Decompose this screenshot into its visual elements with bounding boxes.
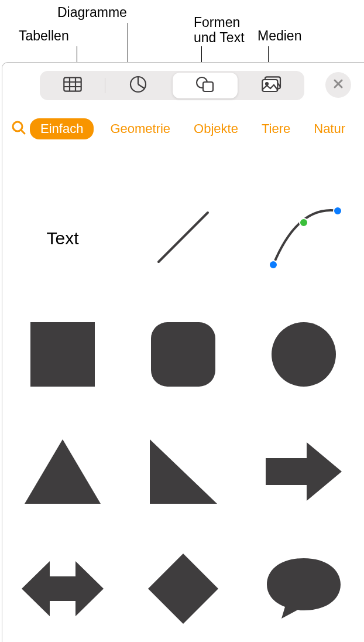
shape-speech-bubble[interactable] [254,540,353,640]
speech-bubble-icon [266,556,342,623]
curve-icon [263,199,345,278]
callout-charts: Diagramme [57,5,127,20]
svg-point-19 [300,218,308,227]
shape-diamond[interactable] [133,540,233,640]
svg-marker-24 [150,439,217,504]
close-icon [333,78,344,91]
insert-panel: Einfach Geometrie Objekte Tiere Natur Te… [2,62,364,642]
triangle-icon [25,439,101,506]
svg-point-22 [272,322,336,387]
shape-category-row: Einfach Geometrie Objekte Tiere Natur [2,117,364,141]
category-tiere[interactable]: Tiere [262,121,290,136]
svg-marker-27 [148,554,218,624]
shape-double-arrow[interactable] [13,540,112,640]
shape-arrow-right[interactable] [254,423,353,523]
shape-circle[interactable] [254,306,353,405]
media-icon [262,76,281,95]
charts-tab[interactable] [105,71,170,100]
svg-line-15 [21,130,25,134]
svg-rect-20 [30,322,95,387]
svg-point-11 [266,83,268,85]
right-triangle-icon [150,439,217,506]
svg-point-17 [269,261,277,269]
shape-triangle[interactable] [13,423,112,523]
shape-square[interactable] [13,306,112,405]
category-einfach[interactable]: Einfach [30,118,94,139]
shapes-icon [195,76,215,95]
close-button[interactable] [325,72,351,98]
category-geometrie[interactable]: Geometrie [110,121,170,136]
svg-marker-26 [22,561,104,616]
search-button[interactable] [11,120,26,138]
search-icon [11,120,26,138]
arrow-right-icon [266,439,342,506]
insert-type-segmented-control [40,71,304,100]
shape-text[interactable]: Text [13,189,112,288]
table-icon [63,77,82,94]
svg-rect-0 [64,77,81,91]
text-label: Text [46,228,78,248]
svg-point-18 [334,207,342,215]
category-objekte[interactable]: Objekte [194,121,238,136]
shapes-tab[interactable] [173,73,238,98]
callout-media: Medien [257,28,301,43]
svg-rect-21 [151,322,215,387]
double-arrow-icon [22,556,104,623]
svg-line-16 [159,213,208,262]
svg-rect-7 [203,82,213,91]
media-tab[interactable] [239,71,304,100]
svg-rect-10 [263,80,278,91]
category-natur[interactable]: Natur [314,121,345,136]
shapes-grid: Text [2,180,364,642]
diamond-icon [148,554,218,626]
square-icon [30,322,95,389]
callout-shapes-text: Formen und Text [194,15,245,46]
tables-tab[interactable] [40,71,105,100]
shape-rounded-square[interactable] [133,306,233,405]
circle-icon [272,322,336,389]
line-icon [148,202,218,275]
callout-tables: Tabellen [19,28,69,43]
svg-marker-23 [25,439,101,504]
pie-chart-icon [129,76,147,95]
shape-right-triangle[interactable] [133,423,233,523]
svg-marker-25 [266,442,342,501]
shape-curve[interactable] [254,189,353,288]
callout-layer: Tabellen Diagramme Formen und Text Medie… [0,0,364,63]
shape-line[interactable] [133,189,233,288]
rounded-square-icon [151,322,215,389]
